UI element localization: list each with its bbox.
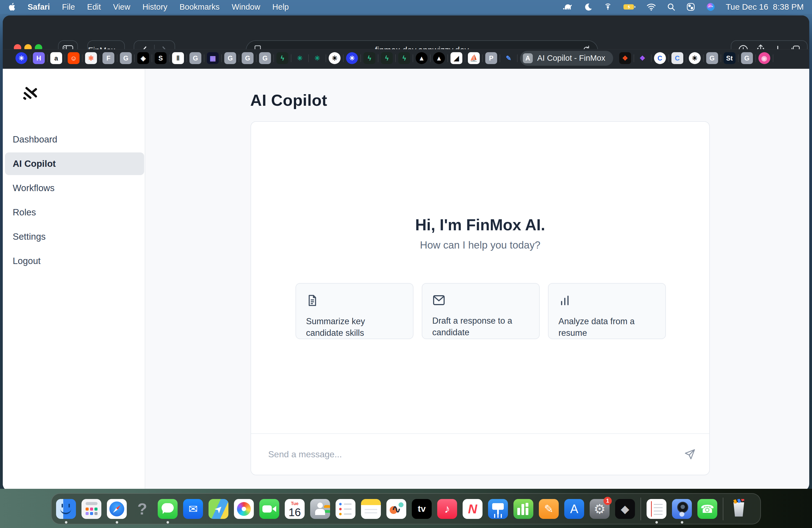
menu-safari[interactable]: Safari (28, 2, 50, 12)
launchpad-icon[interactable] (82, 499, 101, 519)
pause-favicon[interactable]: ‖ (172, 52, 184, 64)
notes-icon[interactable] (361, 499, 381, 519)
menu-bookmarks[interactable]: Bookmarks (179, 2, 220, 12)
numbers-icon[interactable] (513, 499, 533, 519)
g-favicon[interactable]: G (242, 52, 253, 64)
openai-blue-favicon[interactable]: ✳ (15, 52, 27, 64)
figma-favicon[interactable]: ❖ (637, 52, 649, 64)
st-favicon-glyph: St (724, 52, 736, 64)
amazon-favicon[interactable]: a (50, 52, 62, 64)
bolt-favicon[interactable]: ϟ (381, 52, 393, 64)
diamond-favicon[interactable]: ◈ (137, 52, 149, 64)
photos-icon[interactable] (234, 499, 254, 519)
reddit-favicon[interactable]: ☺ (68, 52, 79, 64)
green-spiral-favicon[interactable]: ✳ (311, 52, 323, 64)
send-icon[interactable] (684, 448, 696, 460)
openai-white-favicon[interactable]: ✳ (689, 52, 701, 64)
safari-icon[interactable] (107, 499, 127, 519)
mail-icon[interactable]: ✉ (183, 499, 203, 519)
sidebar-item-workflows[interactable]: Workflows (3, 176, 145, 200)
g-favicon[interactable]: G (259, 52, 271, 64)
siri-icon[interactable] (706, 2, 715, 12)
finder-icon[interactable] (56, 499, 76, 519)
g-favicon[interactable]: G (224, 52, 236, 64)
moon-icon[interactable] (584, 2, 593, 11)
figma-dark-favicon[interactable]: ❖ (619, 52, 631, 64)
sidebar-item-settings[interactable]: Settings (3, 224, 145, 249)
suggestion-card-3[interactable]: Analyze data from a resume (548, 283, 666, 339)
sailboat-favicon[interactable]: ⛵ (468, 52, 480, 64)
maps-icon[interactable]: ➤ (208, 499, 228, 519)
g-favicon[interactable]: G (706, 52, 718, 64)
menu-history[interactable]: History (143, 2, 168, 12)
c-light-favicon[interactable]: C (671, 52, 683, 64)
green-spiral-favicon[interactable]: ✳ (294, 52, 306, 64)
freeform-icon[interactable]: ∿ (387, 499, 406, 519)
openai-blue-favicon[interactable]: ✳ (346, 52, 358, 64)
menu-window[interactable]: Window (232, 2, 260, 12)
st-favicon[interactable]: St (724, 52, 736, 64)
textedit-icon[interactable] (647, 499, 666, 519)
f-favicon[interactable]: F (102, 52, 114, 64)
suggestion-card-2[interactable]: Draft a response to a candidate (422, 283, 540, 339)
menu-edit[interactable]: Edit (87, 2, 101, 12)
sidebar-item-ai-copilot[interactable]: AI Copilot (3, 151, 145, 176)
menu-view[interactable]: View (113, 2, 130, 12)
hubspot-favicon[interactable]: ✱ (85, 52, 97, 64)
pages-icon[interactable]: ✎ (539, 499, 559, 519)
triangle-favicon[interactable]: ▲ (416, 52, 427, 64)
pen-favicon[interactable]: ✎ (503, 52, 514, 64)
c-blue-favicon[interactable]: C (654, 52, 666, 64)
p-favicon[interactable]: P (485, 52, 497, 64)
g-favicon[interactable]: G (741, 52, 753, 64)
wifi-icon[interactable] (646, 3, 656, 11)
music-icon[interactable]: ♪ (437, 499, 457, 519)
sidebar-item-logout[interactable]: Logout (3, 249, 145, 273)
g-favicon[interactable]: G (189, 52, 201, 64)
green-spiral-favicon-glyph: ✳ (311, 52, 323, 64)
trash-icon[interactable] (729, 499, 749, 519)
reminders-icon[interactable] (336, 499, 356, 519)
keynote-icon[interactable] (488, 499, 508, 519)
phone-icon[interactable]: ☎ (697, 499, 717, 519)
triangle-favicon[interactable]: ▲ (433, 52, 445, 64)
menu-help[interactable]: Help (272, 2, 289, 12)
system-settings-icon[interactable]: ⚙1 (590, 499, 610, 519)
g-favicon[interactable]: G (120, 52, 132, 64)
calendar-icon[interactable]: Tue16 (285, 499, 305, 519)
battery-charging-icon[interactable] (623, 3, 636, 11)
contacts-icon[interactable] (310, 499, 330, 519)
prism-app-icon[interactable]: ◆ (615, 499, 635, 519)
sidebar-item-roles[interactable]: Roles (3, 200, 145, 224)
airplay-icon[interactable] (603, 2, 613, 12)
spotlight-icon[interactable] (667, 2, 676, 11)
elephant-icon[interactable] (562, 2, 574, 11)
sidebar-item-label: Roles (13, 207, 36, 218)
menu-bar-clock[interactable]: Tue Dec 16 8:38 PM (726, 2, 804, 12)
news-icon[interactable]: N (463, 499, 482, 519)
bolt-favicon[interactable]: ϟ (276, 52, 288, 64)
sidebar-item-dashboard[interactable]: Dashboard (3, 127, 145, 151)
bolt-favicon[interactable]: ϟ (363, 52, 375, 64)
message-input[interactable] (251, 449, 684, 459)
apple-icon[interactable] (8, 2, 17, 12)
notification-badge: 1 (604, 497, 612, 505)
dribbble-favicon[interactable]: ◉ (758, 52, 770, 64)
swoosh-favicon[interactable]: ◢ (450, 52, 462, 64)
running-indicator (116, 521, 118, 524)
suggestion-card-1[interactable]: Summarize key candidate skills (295, 283, 414, 339)
apple-tv-icon[interactable]: tv (412, 499, 432, 519)
s-script-favicon[interactable]: S (155, 52, 166, 64)
active-tab-pill[interactable]: AAI Copilot - FinMox (520, 51, 613, 66)
missing-app-icon[interactable]: ? (132, 499, 152, 519)
bolt-favicon[interactable]: ϟ (398, 52, 410, 64)
control-center-icon[interactable] (686, 2, 695, 12)
app-store-icon[interactable]: A (564, 499, 584, 519)
facetime-icon[interactable] (259, 499, 279, 519)
menu-file[interactable]: File (62, 2, 75, 12)
messages-icon[interactable] (158, 499, 178, 519)
h-app-favicon[interactable]: H (33, 52, 45, 64)
grid-dots-favicon[interactable]: ▦ (207, 52, 219, 64)
camera-app-icon[interactable] (672, 499, 692, 519)
openai-white-favicon[interactable]: ✳ (329, 52, 340, 64)
